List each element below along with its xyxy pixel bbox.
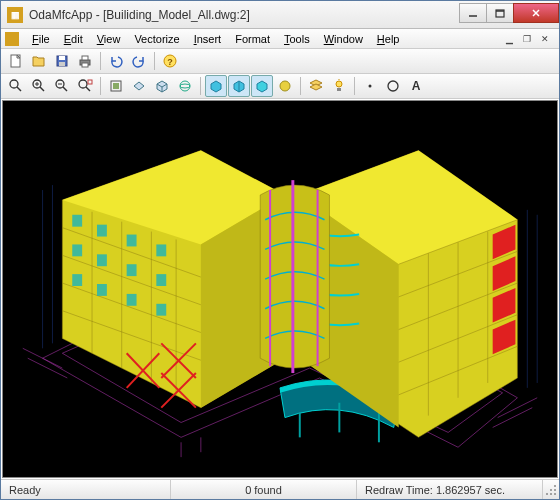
maximize-button[interactable] <box>486 3 514 23</box>
menubar: File Edit View Vectorize Insert Format T… <box>1 29 559 49</box>
shade-flat-button[interactable] <box>274 75 296 97</box>
svg-point-39 <box>369 85 372 88</box>
menu-file[interactable]: File <box>25 31 57 47</box>
zoom-extents-button[interactable] <box>74 75 96 97</box>
toolbar-standard: ? <box>1 49 559 74</box>
window-buttons <box>460 3 559 23</box>
circle-button[interactable] <box>382 75 404 97</box>
svg-rect-68 <box>97 284 107 296</box>
svg-point-31 <box>180 81 190 91</box>
status-redraw-time: Redraw Time: 1.862957 sec. <box>357 480 543 499</box>
view-iso-button[interactable] <box>151 75 173 97</box>
app-icon: ▦ <box>7 7 23 23</box>
svg-rect-70 <box>156 304 166 316</box>
svg-text:A: A <box>412 79 421 93</box>
svg-point-14 <box>10 80 18 88</box>
svg-text:?: ? <box>167 57 173 67</box>
minimize-button[interactable] <box>459 3 487 23</box>
zoom-window-button[interactable] <box>5 75 27 97</box>
svg-line-15 <box>17 87 21 91</box>
view-2d-button[interactable] <box>105 75 127 97</box>
svg-line-17 <box>40 87 44 91</box>
shade-gouraud-button[interactable] <box>251 75 273 97</box>
svg-point-34 <box>280 81 290 91</box>
svg-rect-67 <box>72 274 82 286</box>
toolbar-view: A <box>1 74 559 99</box>
view-top-button[interactable] <box>128 75 150 97</box>
menu-view[interactable]: View <box>90 31 128 47</box>
svg-rect-8 <box>59 62 65 66</box>
svg-line-21 <box>63 87 67 91</box>
menu-format[interactable]: Format <box>228 31 277 47</box>
svg-rect-7 <box>59 56 65 60</box>
svg-rect-60 <box>97 225 107 237</box>
mdi-minimize-button[interactable]: ▁ <box>501 32 517 46</box>
menu-edit[interactable]: Edit <box>57 31 90 47</box>
point-button[interactable] <box>359 75 381 97</box>
svg-line-44 <box>498 398 538 418</box>
svg-point-96 <box>550 489 552 491</box>
svg-line-24 <box>86 87 90 91</box>
menu-tools[interactable]: Tools <box>277 31 317 47</box>
resize-grip[interactable] <box>543 482 559 498</box>
redo-button[interactable] <box>128 50 150 72</box>
svg-rect-69 <box>127 294 137 306</box>
shade-wireframe-button[interactable] <box>205 75 227 97</box>
new-button[interactable] <box>5 50 27 72</box>
svg-rect-10 <box>82 56 88 60</box>
statusbar: Ready 0 found Redraw Time: 1.862957 sec. <box>1 479 559 499</box>
menu-window[interactable]: Window <box>317 31 370 47</box>
svg-rect-59 <box>72 215 82 227</box>
svg-point-93 <box>554 489 556 491</box>
svg-rect-64 <box>97 254 107 266</box>
svg-rect-65 <box>127 264 137 276</box>
svg-rect-38 <box>337 88 341 91</box>
text-button[interactable]: A <box>405 75 427 97</box>
shade-hidden-button[interactable] <box>228 75 250 97</box>
zoom-in-button[interactable] <box>28 75 50 97</box>
svg-line-45 <box>493 408 533 428</box>
svg-rect-11 <box>82 63 88 67</box>
svg-point-40 <box>388 81 398 91</box>
menu-vectorize[interactable]: Vectorize <box>127 31 186 47</box>
window-titlebar: ▦ OdaMfcApp - [Builiding_Model_All.dwg:2… <box>1 1 559 29</box>
save-button[interactable] <box>51 50 73 72</box>
undo-button[interactable] <box>105 50 127 72</box>
svg-point-95 <box>550 493 552 495</box>
help-button[interactable]: ? <box>159 50 181 72</box>
open-button[interactable] <box>28 50 50 72</box>
close-button[interactable] <box>513 3 559 23</box>
svg-rect-62 <box>156 244 166 256</box>
svg-rect-61 <box>127 235 137 247</box>
mdi-close-button[interactable]: ✕ <box>537 32 553 46</box>
zoom-out-button[interactable] <box>51 75 73 97</box>
drawing-canvas[interactable] <box>2 100 558 478</box>
window-title: OdaMfcApp - [Builiding_Model_All.dwg:2] <box>29 8 460 22</box>
svg-point-35 <box>336 81 342 87</box>
svg-point-97 <box>546 493 548 495</box>
layer-button[interactable] <box>305 75 327 97</box>
svg-point-23 <box>79 80 87 88</box>
svg-rect-25 <box>88 80 92 84</box>
svg-rect-66 <box>156 274 166 286</box>
svg-rect-63 <box>72 244 82 256</box>
mdi-document-icon <box>5 32 19 46</box>
print-button[interactable] <box>74 50 96 72</box>
svg-point-92 <box>554 493 556 495</box>
view-orbit-button[interactable] <box>174 75 196 97</box>
menu-help[interactable]: Help <box>370 31 407 47</box>
svg-point-32 <box>180 84 190 88</box>
light-button[interactable] <box>328 75 350 97</box>
mdi-restore-button[interactable]: ❐ <box>519 32 535 46</box>
svg-point-94 <box>554 485 556 487</box>
building-model-3d <box>3 101 557 477</box>
status-found: 0 found <box>171 480 357 499</box>
menu-insert[interactable]: Insert <box>187 31 229 47</box>
svg-rect-27 <box>113 83 119 89</box>
status-ready: Ready <box>1 480 171 499</box>
